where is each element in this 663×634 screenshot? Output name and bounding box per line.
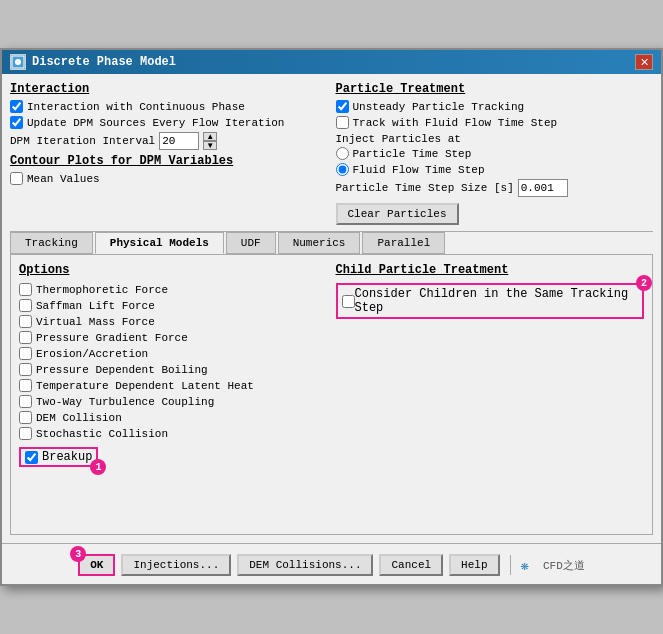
option-pressure-boiling: Pressure Dependent Boiling	[19, 363, 328, 376]
particle-treatment-header: Particle Treatment	[336, 82, 654, 96]
brand-text: CFD之道	[543, 558, 585, 573]
stochastic-label: Stochastic Collision	[36, 428, 168, 440]
unsteady-tracking-row: Unsteady Particle Tracking	[336, 100, 654, 113]
option-temperature-latent: Temperature Dependent Latent Heat	[19, 379, 328, 392]
consider-children-label: Consider Children in the Same Tracking S…	[355, 287, 639, 315]
option-stochastic: Stochastic Collision	[19, 427, 328, 440]
radio-fluid-flow[interactable]	[336, 163, 349, 176]
breakup-checkbox[interactable]	[25, 451, 38, 464]
virtual-mass-label: Virtual Mass Force	[36, 316, 155, 328]
dpm-interval-row: DPM Iteration Interval ▲ ▼	[10, 132, 328, 150]
consider-children-checkbox[interactable]	[342, 295, 355, 308]
thermophoretic-label: Thermophoretic Force	[36, 284, 168, 296]
stochastic-checkbox[interactable]	[19, 427, 32, 440]
top-section: Interaction Interaction with Continuous …	[10, 82, 653, 225]
option-erosion: Erosion/Accretion	[19, 347, 328, 360]
svg-point-1	[15, 59, 21, 65]
option-saffman: Saffman Lift Force	[19, 299, 328, 312]
inject-label: Inject Particles at	[336, 133, 654, 145]
contour-section: Contour Plots for DPM Variables Mean Val…	[10, 154, 328, 185]
interaction-checkbox2-row: Update DPM Sources Every Flow Iteration	[10, 116, 328, 129]
injections-button[interactable]: Injections...	[121, 554, 231, 576]
spinner-up[interactable]: ▲	[203, 132, 217, 141]
dpm-interval-label: DPM Iteration Interval	[10, 135, 155, 147]
time-size-label: Particle Time Step Size [s]	[336, 182, 514, 194]
option-pressure-gradient: Pressure Gradient Force	[19, 331, 328, 344]
tab-numerics[interactable]: Numerics	[278, 232, 361, 254]
temperature-latent-label: Temperature Dependent Latent Heat	[36, 380, 254, 392]
logo-icon: ❋	[521, 557, 529, 574]
child-header: Child Particle Treatment	[336, 263, 645, 277]
ok-button[interactable]: 3 OK	[78, 554, 115, 576]
pressure-gradient-label: Pressure Gradient Force	[36, 332, 188, 344]
saffman-checkbox[interactable]	[19, 299, 32, 312]
dpm-interval-input[interactable]	[159, 132, 199, 150]
track-fluid-checkbox[interactable]	[336, 116, 349, 129]
title-bar: Discrete Phase Model ✕	[2, 50, 661, 74]
thermophoretic-checkbox[interactable]	[19, 283, 32, 296]
spinner-down[interactable]: ▼	[203, 141, 217, 150]
interaction-checkbox1-label: Interaction with Continuous Phase	[27, 101, 245, 113]
option-virtual-mass: Virtual Mass Force	[19, 315, 328, 328]
tab-udf[interactable]: UDF	[226, 232, 276, 254]
temperature-latent-checkbox[interactable]	[19, 379, 32, 392]
consider-children-wrapper: Consider Children in the Same Tracking S…	[336, 283, 645, 319]
tab-tracking[interactable]: Tracking	[10, 232, 93, 254]
time-size-input[interactable]	[518, 179, 568, 197]
mean-values-label: Mean Values	[27, 173, 100, 185]
pressure-boiling-checkbox[interactable]	[19, 363, 32, 376]
dem-label: DEM Collision	[36, 412, 122, 424]
dialog-title: Discrete Phase Model	[32, 55, 176, 69]
cancel-button[interactable]: Cancel	[379, 554, 443, 576]
dpm-interval-spinner: ▲ ▼	[203, 132, 217, 150]
tab-physical-models[interactable]: Physical Models	[95, 232, 224, 254]
option-turbulence: Two-Way Turbulence Coupling	[19, 395, 328, 408]
radio-particle-time[interactable]	[336, 147, 349, 160]
turbulence-checkbox[interactable]	[19, 395, 32, 408]
interaction-header: Interaction	[10, 82, 328, 96]
options-panel: Options Thermophoretic Force Saffman Lif…	[19, 263, 328, 526]
saffman-label: Saffman Lift Force	[36, 300, 155, 312]
badge2: 2	[636, 275, 652, 291]
time-size-row: Particle Time Step Size [s]	[336, 179, 654, 197]
close-button[interactable]: ✕	[635, 54, 653, 70]
breakup-highlight: Breakup 1	[19, 447, 98, 467]
pressure-boiling-label: Pressure Dependent Boiling	[36, 364, 208, 376]
interaction-checkbox2[interactable]	[10, 116, 23, 129]
pressure-gradient-checkbox[interactable]	[19, 331, 32, 344]
dem-checkbox[interactable]	[19, 411, 32, 424]
options-header: Options	[19, 263, 328, 277]
radio-fluid-flow-label: Fluid Flow Time Step	[353, 164, 485, 176]
option-thermophoretic: Thermophoretic Force	[19, 283, 328, 296]
tabs-bar: Tracking Physical Models UDF Numerics Pa…	[10, 231, 653, 255]
dem-collisions-button[interactable]: DEM Collisions...	[237, 554, 373, 576]
right-panel: Particle Treatment Unsteady Particle Tra…	[336, 82, 654, 225]
track-fluid-label: Track with Fluid Flow Time Step	[353, 117, 558, 129]
virtual-mass-checkbox[interactable]	[19, 315, 32, 328]
child-panel: Child Particle Treatment Consider Childr…	[336, 263, 645, 526]
help-button[interactable]: Help	[449, 554, 499, 576]
title-bar-left: Discrete Phase Model	[10, 54, 176, 70]
clear-particles-button[interactable]: Clear Particles	[336, 203, 459, 225]
mean-values-checkbox[interactable]	[10, 172, 23, 185]
footer-divider	[510, 555, 511, 575]
left-panel: Interaction Interaction with Continuous …	[10, 82, 328, 225]
erosion-label: Erosion/Accretion	[36, 348, 148, 360]
footer: 3 OK Injections... DEM Collisions... Can…	[2, 543, 661, 584]
radio-particle-time-label: Particle Time Step	[353, 148, 472, 160]
dialog-icon	[10, 54, 26, 70]
dialog-body: Interaction Interaction with Continuous …	[2, 74, 661, 543]
badge3: 3	[70, 546, 86, 562]
discrete-phase-model-dialog: Discrete Phase Model ✕ Interaction Inter…	[0, 48, 663, 586]
erosion-checkbox[interactable]	[19, 347, 32, 360]
breakup-label: Breakup	[42, 450, 92, 464]
track-fluid-row: Track with Fluid Flow Time Step	[336, 116, 654, 129]
consider-children-highlight: Consider Children in the Same Tracking S…	[336, 283, 645, 319]
contour-header: Contour Plots for DPM Variables	[10, 154, 328, 168]
unsteady-tracking-checkbox[interactable]	[336, 100, 349, 113]
interaction-checkbox1[interactable]	[10, 100, 23, 113]
tab-parallel[interactable]: Parallel	[362, 232, 445, 254]
interaction-checkbox2-label: Update DPM Sources Every Flow Iteration	[27, 117, 284, 129]
unsteady-tracking-label: Unsteady Particle Tracking	[353, 101, 525, 113]
radio-fluid-flow-row: Fluid Flow Time Step	[336, 163, 654, 176]
